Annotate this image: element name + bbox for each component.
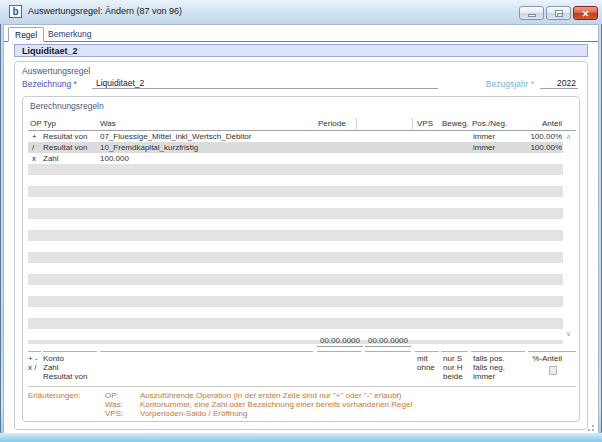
col-header-beweg: Beweg. — [442, 119, 469, 128]
entry-field-periode-bis[interactable] — [365, 351, 411, 352]
rule-name-header: Liquiditaet_2 — [14, 44, 588, 57]
cell-op: / — [32, 143, 34, 152]
note-term-op: OP: — [105, 391, 119, 400]
maximize-button[interactable] — [546, 6, 571, 20]
table-row[interactable]: x Zahl 100.000 — [28, 153, 563, 164]
cell-typ: Zahl — [43, 154, 59, 163]
titlebar[interactable]: b Auswertungsregel: Ändern (87 von 96) ✕ — [0, 0, 602, 24]
col-header-anteil: Anteil — [500, 119, 562, 128]
app-window: b Auswertungsregel: Ändern (87 von 96) ✕… — [0, 0, 602, 442]
legend-beweg-1: nur S — [443, 354, 462, 363]
cell-typ: Resultat von — [43, 132, 87, 141]
col-header-vps: VPS — [417, 119, 433, 128]
cell-anteil: 100.00% — [500, 132, 562, 141]
cell-posneg: immer — [473, 143, 495, 152]
legend-posneg-2: falls neg. — [473, 363, 505, 372]
entry-field-vps[interactable] — [415, 351, 439, 352]
note-text-vps: Vorperioden-Saldo / Eröffnung — [140, 409, 247, 418]
resize-grip[interactable] — [584, 421, 596, 433]
cell-typ: Resultat von — [43, 143, 87, 152]
legend-op-1: + - — [28, 354, 38, 363]
legend-typ-1: Konto — [43, 354, 64, 363]
cell-op: + — [32, 132, 37, 141]
entry-field-anteil[interactable] — [528, 351, 576, 352]
entry-field-periode-von[interactable] — [317, 351, 361, 352]
entry-field-posneg[interactable] — [471, 351, 525, 352]
col-header-periode: Periode — [318, 119, 346, 128]
groupbox-berechnungsregeln-title: Berechnungsregeln — [30, 101, 104, 111]
cell-was: 10_Fremdkapital_kurzfristig — [100, 143, 198, 152]
col-header-op: OP — [30, 119, 42, 128]
bezeichnung-label: Bezeichnung * — [22, 79, 77, 89]
legend-typ-2: Zahl — [43, 363, 59, 372]
close-button[interactable]: ✕ — [573, 6, 598, 20]
periode-bis-input[interactable]: 00.00.0000 — [365, 336, 411, 347]
col-header-typ: Typ — [43, 119, 56, 128]
bezeichnung-input[interactable]: Liquiditaet_2 — [92, 78, 438, 89]
note-text-op: Auszuführende Operation (in der ersten Z… — [140, 391, 402, 400]
legend-beweg-2: nur H — [443, 363, 463, 372]
window-title: Auswertungsregel: Ändern (87 von 96) — [28, 6, 182, 16]
note-term-was: Was: — [105, 400, 123, 409]
legend-posneg-3: immer — [473, 372, 495, 381]
cell-posneg: immer — [473, 132, 495, 141]
cell-anteil: 100.00% — [500, 143, 562, 152]
entry-field-was[interactable] — [100, 351, 313, 352]
legend-beweg-3: beide — [443, 372, 463, 381]
legend-anteil-label: %-Anteil — [500, 354, 562, 363]
header-separator — [356, 118, 357, 130]
table-empty-rows — [28, 164, 563, 344]
note-term-vps: VPS: — [105, 409, 123, 418]
cell-was: 07_Fluessige_Mittel_inkl_Wertsch_Debitor — [100, 132, 251, 141]
maximize-icon — [555, 10, 563, 17]
periode-von-input[interactable]: 00.00.0000 — [317, 336, 363, 347]
scroll-up-icon[interactable]: ∧ — [566, 133, 571, 140]
legend-vps-2: ohne — [417, 363, 435, 372]
legend-vps-1: mit — [417, 354, 428, 363]
table-row[interactable]: + Resultat von 07_Fluessige_Mittel_inkl_… — [28, 131, 563, 142]
bezugsjahr-label: Bezugsjahr * — [470, 79, 534, 89]
scroll-down-icon[interactable]: ∨ — [566, 330, 571, 337]
legend-op-2: x / — [28, 363, 36, 372]
entry-field-op[interactable] — [28, 351, 41, 352]
bezugsjahr-input[interactable]: 2022 — [540, 78, 578, 89]
tab-bemerkung[interactable]: Bemerkung — [42, 27, 97, 42]
table-row-selected[interactable]: / Resultat von 10_Fremdkapital_kurzfrist… — [28, 142, 563, 153]
minimize-button[interactable] — [519, 6, 544, 20]
tab-divider — [4, 41, 598, 42]
cell-was: 100.000 — [100, 154, 129, 163]
anteil-box-icon — [549, 366, 557, 375]
notes-title: Erläuterungen: — [28, 391, 80, 400]
entry-field-typ[interactable] — [43, 351, 97, 352]
minimize-icon — [528, 14, 536, 17]
col-header-was: Was — [100, 119, 116, 128]
app-icon: b — [9, 5, 22, 18]
header-separator — [412, 118, 413, 130]
entry-field-beweg[interactable] — [441, 351, 468, 352]
legend-typ-3: Resultat von — [43, 372, 87, 381]
tab-regel[interactable]: Regel — [8, 27, 44, 42]
cell-op: x — [32, 154, 36, 163]
window-bottom-edge — [0, 433, 602, 442]
groupbox-auswertungsregel-title: Auswertungsregel — [22, 66, 90, 76]
legend-divider — [28, 386, 576, 387]
close-icon: ✕ — [574, 8, 597, 20]
note-text-was: Kontonummer, eine Zahl oder Bezeichnung … — [140, 400, 412, 409]
